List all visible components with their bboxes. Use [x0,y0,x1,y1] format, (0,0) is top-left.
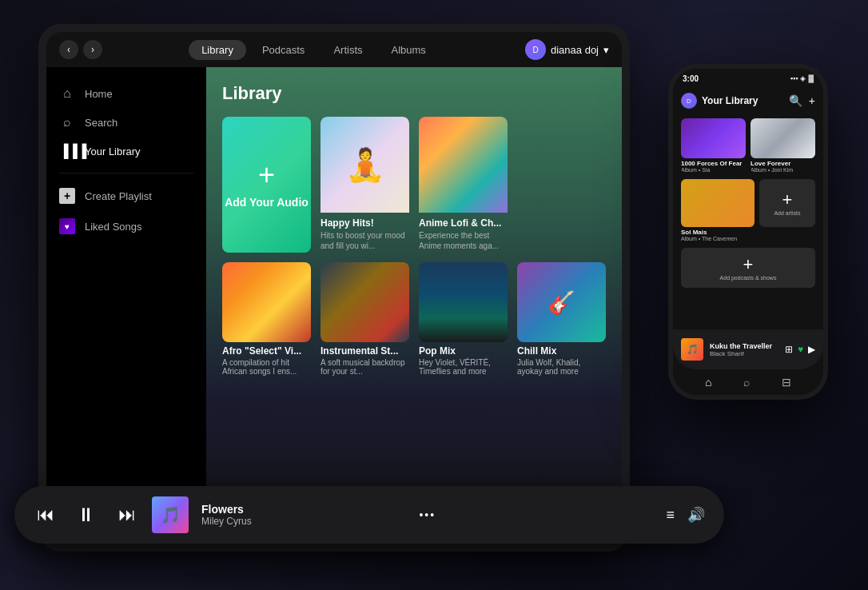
sidebar: ⌂ Home ⌕ Search ▐▐▐ Your Library + Crea [46,67,206,544]
create-playlist-icon: + [59,188,75,204]
more-options-button[interactable]: ••• [419,508,436,521]
add-podcast-btn[interactable]: + Add podcasts & shows [681,248,815,288]
phone-play-icon[interactable]: ▶ [808,344,815,355]
add-audio-card[interactable]: + Add Your Audio [222,117,311,253]
phone-grid-top: 1000 Forces Of Fear Album • Sia Love For… [681,118,815,173]
phone-header-actions: 🔍 + [789,94,815,107]
queue-button[interactable]: ≡ [667,507,675,524]
sidebar-item-library[interactable]: ▐▐▐ Your Library [46,138,206,165]
sidebar-label-search: Search [85,117,117,129]
happy-hits-desc: Hits to boost your mood and fill you wi.… [321,230,409,251]
phone-library-title: Your Library [702,95,789,106]
phone-heart-icon[interactable]: ♥ [798,344,803,355]
home-icon: ⌂ [59,86,75,101]
phone-card-1[interactable]: 1000 Forces Of Fear Album • Sia [681,118,746,173]
phone-track-art: 🎵 [681,338,703,361]
instrumental-image [321,262,409,342]
tab-artists[interactable]: Artists [321,40,375,60]
phone-player-icons: ⊞ ♥ ▶ [785,344,815,355]
tab-podcasts[interactable]: Podcasts [249,40,317,60]
user-dropdown-icon[interactable]: ▾ [603,44,609,56]
track-artwork: 🎵 [152,496,189,533]
afro-card[interactable]: Afro "Select" Vi... A compilation of hit… [222,262,311,376]
scene: ‹ › Library Podcasts Artists Albums D di… [0,0,868,590]
add-audio-label: Add Your Audio [225,196,309,209]
sidebar-item-create-playlist[interactable]: + Create Playlist [46,181,206,210]
volume-button[interactable]: 🔊 [687,506,705,524]
top-bar: ‹ › Library Podcasts Artists Albums D di… [46,32,622,67]
phone-bottom-nav: ⌂ ⌕ ⊟ [673,369,823,395]
phone-card-2[interactable]: Love Forever Album • Joni Kim [751,118,815,173]
library-content: Library + Add Your Audio [206,67,622,544]
liked-songs-icon: ♥ [59,218,75,234]
tab-library[interactable]: Library [189,40,246,60]
tablet: ‹ › Library Podcasts Artists Albums D di… [38,24,630,552]
phone-artist-section: Sol Mais Album • The Cavemen + Add artis… [681,179,815,241]
phone-screen: 3:00 ▪▪▪ ◈ ▓ D Your Library 🔍 + [673,69,823,395]
phone-track-info: Kuku the Traveller Black Sharif [710,342,778,357]
phone-grid-icon[interactable]: ⊞ [785,344,793,355]
chill-mix-desc: Julia Wolf, Khalid, ayokay and more [517,358,606,376]
sidebar-item-home[interactable]: ⌂ Home [46,80,206,107]
happy-hits-image [321,117,409,213]
add-audio-plus-icon: + [258,161,275,189]
sidebar-item-search[interactable]: ⌕ Search [46,109,206,136]
sidebar-divider [59,173,193,173]
user-area[interactable]: D dianaa doj ▾ [525,39,609,60]
phone-artist-card[interactable]: Sol Mais Album • The Cavemen [681,179,755,241]
happy-hits-card[interactable]: Happy Hits! Hits to boost your mood and … [321,117,409,253]
phone-card-1-sub: Album • Sia [681,167,746,173]
anime-lofi-image [419,117,508,213]
chill-mix-image: 🎸 [517,262,606,342]
search-icon: ⌕ [59,115,75,130]
user-avatar: D [525,39,546,60]
afro-image [222,262,311,342]
phone-nav-search[interactable]: ⌕ [743,376,750,389]
phone-artist-sub: Album • The Cavemen [681,236,755,241]
prev-button[interactable]: ⏮ [34,501,58,528]
happy-hits-title: Happy Hits! [321,217,409,229]
tab-nav: Library Podcasts Artists Albums [112,40,516,60]
anime-lofi-card[interactable]: Anime Lofi & Ch... Experience the best A… [419,117,508,253]
track-info: Flowers Miley Cyrus [201,503,406,527]
pause-button[interactable]: ⏸ [70,499,102,531]
instrumental-title: Instrumental St... [321,345,409,357]
track-artist: Miley Cyrus [201,516,406,527]
track-art-bg: 🎵 [152,496,189,533]
phone-artist-image [681,179,755,227]
phone-add-icon[interactable]: + [809,94,815,107]
phone-nav-home[interactable]: ⌂ [705,376,711,389]
pop-mix-desc: Hey Violet, VÉRITÉ, Timeflies and more [419,358,508,376]
phone-card-1-image [681,118,746,158]
instrumental-card[interactable]: Instrumental St... A soft musical backdr… [321,262,409,376]
podcast-plus-icon: + [743,256,754,273]
afro-desc: A compilation of hit African songs I ens… [222,358,311,376]
phone-search-icon[interactable]: 🔍 [789,94,802,107]
pop-mix-card[interactable]: Pop Mix Hey Violet, VÉRITÉ, Timeflies an… [419,262,508,376]
phone-status-bar: 3:00 ▪▪▪ ◈ ▓ [673,69,823,88]
battery-icon: ▓ [808,74,814,82]
forward-arrow[interactable]: › [83,40,102,59]
phone-time: 3:00 [683,74,699,83]
now-playing-bar: ⏮ ⏸ ⏭ 🎵 Flowers Miley Cyrus ••• ≡ 🔊 [14,486,724,544]
chill-mix-title: Chill Mix [517,345,606,357]
sidebar-item-liked-songs[interactable]: ♥ Liked Songs [46,212,206,241]
phone-now-playing-bar: 🎵 Kuku the Traveller Black Sharif ⊞ ♥ ▶ [673,329,823,369]
back-arrow[interactable]: ‹ [59,40,78,59]
phone: 3:00 ▪▪▪ ◈ ▓ D Your Library 🔍 + [668,64,828,400]
add-artists-btn[interactable]: + Add artists [759,179,815,227]
phone-card-1-title: 1000 Forces Of Fear [681,160,746,167]
tab-albums[interactable]: Albums [379,40,439,60]
anime-lofi-desc: Experience the best Anime moments aga... [419,230,508,251]
anime-lofi-title: Anime Lofi & Ch... [419,217,508,229]
phone-nav-library[interactable]: ⊟ [782,376,791,389]
next-button[interactable]: ⏭ [115,501,139,528]
user-name: dianaa doj [551,44,599,56]
sidebar-label-create-playlist: Create Playlist [85,190,152,202]
signal-icon: ▪▪▪ [790,74,798,82]
chill-mix-card[interactable]: 🎸 Chill Mix Julia Wolf, Khalid, ayokay a… [517,262,606,376]
nav-arrows: ‹ › [59,40,102,59]
phone-content: 1000 Forces Of Fear Album • Sia Love For… [673,114,823,329]
add-artists-label: Add artists [774,210,800,216]
instrumental-desc: A soft musical backdrop for your st... [321,358,409,376]
